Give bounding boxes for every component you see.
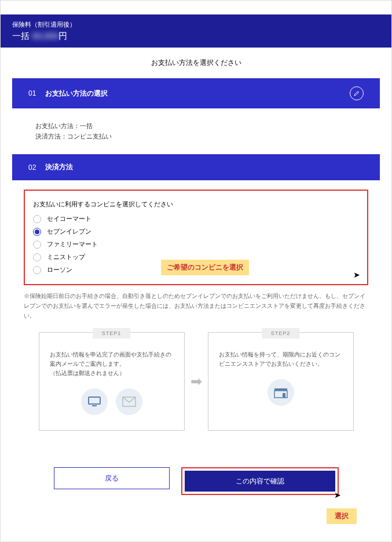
back-button[interactable]: 戻る (54, 467, 170, 489)
step1-text: お支払い情報を申込完了の画面や支払手続きの案内メールでご案内します。 （払込票は… (50, 350, 174, 378)
step2-box: STEP2 お支払い情報を持って、期限内にお近くのコンビニエンスストアでお支払い… (208, 332, 354, 431)
svg-rect-1 (92, 405, 97, 406)
annotation-callout-select: 選択 (327, 508, 357, 524)
steps-container: STEP1 お支払い情報を申込完了の画面や支払手続きの案内メールでご案内します。… (24, 332, 368, 431)
cursor-icon: ➤ (353, 270, 360, 279)
premium-label: 保険料（割引適用後） (12, 20, 380, 29)
section-title: お支払い方法の選択 (45, 89, 350, 99)
svg-rect-5 (283, 393, 285, 398)
section1-body: お支払い方法：一括 決済方法：コンビニ支払い (12, 108, 380, 154)
monitor-icon (81, 388, 108, 415)
radio-icon (33, 253, 41, 261)
radio-label: ファミリーマート (47, 240, 98, 249)
page-instruction: お支払い方法を選択ください (1, 48, 391, 78)
annotation-callout-convenience: ご希望のコンビニを選択 (161, 260, 249, 275)
step1-label: STEP1 (93, 328, 131, 339)
radio-label: セイコーマート (47, 214, 91, 223)
step1-box: STEP1 お支払い情報を申込完了の画面や支払手続きの案内メールでご案内します。… (39, 332, 185, 431)
radio-icon (33, 228, 41, 236)
convenience-lead: お支払いに利用するコンビニを選択してください (33, 200, 359, 209)
footer-buttons: 戻る この内容で確認 ➤ (1, 467, 391, 495)
convenience-radio-option[interactable]: セイコーマート (33, 214, 359, 223)
step2-label: STEP2 (262, 328, 300, 339)
confirm-button[interactable]: この内容で確認 (185, 471, 335, 492)
section-settlement: 02 決済方法 (12, 154, 380, 180)
radio-label: ローソン (47, 265, 72, 274)
payment-method-line: お支払い方法：一括 (35, 122, 357, 130)
premium-amount: 一括 00,000円 (12, 31, 380, 42)
edit-icon[interactable] (350, 86, 364, 100)
confirm-button-highlight: この内容で確認 ➤ (181, 467, 339, 495)
mail-icon (116, 388, 142, 415)
arrow-icon: ➡ (190, 373, 202, 390)
section-num: 01 (28, 89, 36, 97)
svg-rect-4 (274, 388, 287, 391)
step2-text: お支払い情報を持って、期限内にお近くのコンビニエンスストアでお支払いください。 (219, 350, 343, 369)
cursor-icon: ➤ (334, 490, 341, 500)
svg-rect-0 (89, 397, 100, 404)
premium-header: 保険料（割引適用後） 一括 00,000円 (1, 14, 391, 48)
section-num: 02 (28, 163, 36, 172)
convenience-radio-option[interactable]: セブンイレブン (33, 227, 359, 236)
section-title: 決済方法 (45, 162, 364, 172)
store-icon (268, 379, 294, 406)
disclaimer-note: ※保険始期日前日のお手続きの場合、自動引き落としのためセブンイレブンでのお支払い… (24, 291, 368, 321)
radio-icon (33, 266, 41, 274)
settlement-method-line: 決済方法：コンビニ支払い (35, 132, 357, 141)
radio-icon (33, 215, 41, 223)
convenience-radio-option[interactable]: ファミリーマート (33, 240, 359, 249)
radio-icon (33, 241, 41, 249)
section-payment-method: 01 お支払い方法の選択 (12, 78, 380, 108)
radio-label: セブンイレブン (47, 227, 91, 236)
radio-label: ミニストップ (47, 253, 85, 261)
